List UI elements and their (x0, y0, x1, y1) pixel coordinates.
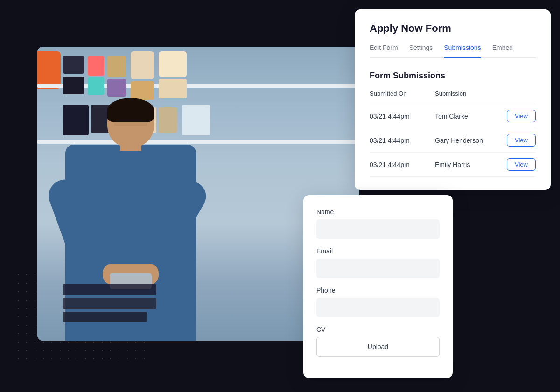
name-input[interactable] (316, 219, 440, 239)
field-label-phone: Phone (316, 287, 440, 294)
submissions-table: 03/21 4:44pm Tom Clarke View 03/21 4:44p… (370, 104, 536, 177)
panel-title: Apply Now Form (370, 22, 536, 35)
phone-input[interactable] (316, 298, 440, 317)
field-label-email: Email (316, 247, 440, 255)
view-button-3[interactable]: View (507, 158, 536, 171)
row-date-1: 03/21 4:44pm (370, 112, 435, 120)
view-button-1[interactable]: View (507, 110, 536, 122)
shelf-1 (37, 84, 359, 88)
field-label-cv: CV (316, 326, 440, 333)
tab-edit-form[interactable]: Edit Form (370, 44, 398, 58)
col-header-date: Submitted On (370, 90, 435, 97)
tab-embed[interactable]: Embed (492, 44, 513, 58)
orange-accent (37, 51, 61, 89)
form-field-email: Email (316, 247, 440, 278)
form-field-name: Name (316, 208, 440, 239)
upload-button[interactable]: Upload (316, 337, 440, 357)
row-name-1: Tom Clarke (435, 112, 507, 120)
form-field-phone: Phone (316, 287, 440, 317)
tab-settings[interactable]: Settings (409, 44, 433, 58)
table-row: 03/21 4:44pm Tom Clarke View (370, 104, 536, 128)
row-name-2: Gary Henderson (435, 137, 507, 144)
table-row: 03/21 4:44pm Gary Henderson View (370, 128, 536, 153)
table-header: Submitted On Submission (370, 90, 536, 102)
col-header-submission: Submission (435, 90, 536, 97)
row-name-3: Emily Harris (435, 161, 507, 168)
row-date-3: 03/21 4:44pm (370, 161, 435, 168)
submissions-panel: Apply Now Form Edit Form Settings Submis… (355, 9, 551, 190)
submissions-heading: Form Submissions (370, 71, 536, 81)
form-panel: Name Email Phone CV Upload (303, 195, 453, 378)
tab-submissions[interactable]: Submissions (444, 44, 481, 58)
email-input[interactable] (316, 259, 440, 278)
table-row: 03/21 4:44pm Emily Harris View (370, 153, 536, 177)
row-date-2: 03/21 4:44pm (370, 137, 435, 144)
field-label-name: Name (316, 208, 440, 216)
tab-bar: Edit Form Settings Submissions Embed (370, 44, 536, 58)
form-field-cv: CV Upload (316, 326, 440, 357)
view-button-2[interactable]: View (507, 134, 536, 147)
